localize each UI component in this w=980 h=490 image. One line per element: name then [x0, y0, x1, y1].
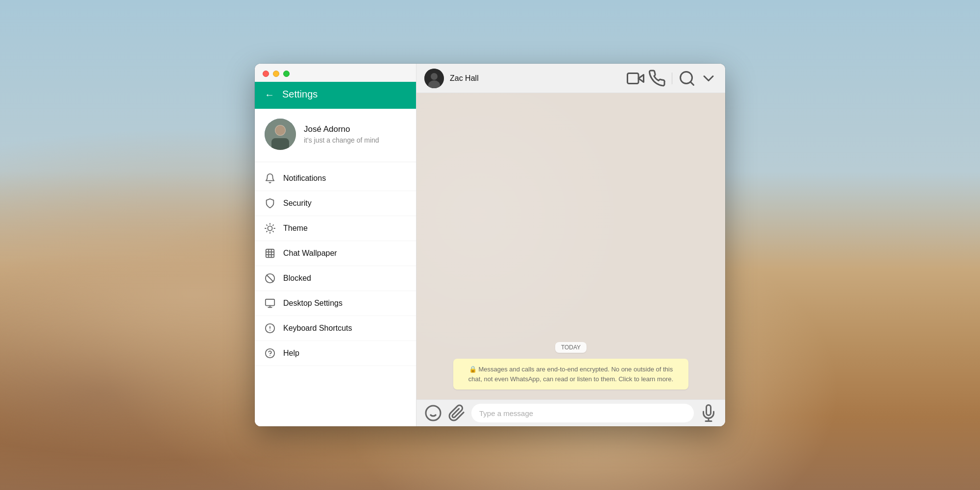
chat-wallpaper-label: Chat Wallpaper	[283, 249, 337, 258]
svg-point-3	[275, 125, 285, 135]
svg-marker-28	[638, 74, 644, 82]
menu-item-blocked[interactable]: Blocked	[255, 266, 416, 291]
video-call-button[interactable]	[627, 70, 644, 87]
wallpaper-icon	[265, 248, 275, 259]
menu-item-theme[interactable]: Theme	[255, 216, 416, 241]
message-input[interactable]	[471, 404, 694, 422]
keyboard-shortcuts-label: Keyboard Shortcuts	[283, 324, 352, 333]
svg-line-16	[267, 275, 273, 282]
dropdown-button[interactable]	[700, 70, 717, 87]
profile-name: José Adorno	[304, 124, 379, 134]
traffic-lights	[255, 64, 416, 82]
minimize-button[interactable]	[273, 71, 279, 77]
chat-avatar[interactable]	[424, 69, 444, 88]
header-divider	[672, 73, 672, 84]
date-badge: TODAY	[555, 342, 587, 353]
svg-rect-4	[271, 138, 289, 150]
help-icon	[265, 348, 275, 359]
desktop-settings-label: Desktop Settings	[283, 299, 343, 308]
bell-icon	[265, 173, 275, 184]
app-window: ← Settings José Adorno it's just a c	[255, 64, 725, 426]
svg-line-8	[267, 225, 267, 225]
settings-panel: ← Settings José Adorno it's just a c	[255, 64, 416, 426]
chat-panel: Zac Hall	[416, 64, 725, 426]
svg-point-5	[268, 226, 272, 230]
profile-info: José Adorno it's just a change of mind	[304, 124, 379, 144]
help-label: Help	[283, 349, 299, 358]
svg-point-26	[431, 73, 438, 80]
chat-header: Zac Hall	[416, 64, 725, 93]
chat-input-bar	[416, 399, 725, 426]
search-button[interactable]	[678, 70, 696, 87]
voice-message-button[interactable]	[700, 404, 717, 422]
phone-call-button[interactable]	[648, 70, 666, 87]
profile-status: it's just a change of mind	[304, 136, 379, 144]
chat-user-name: Zac Hall	[450, 74, 621, 83]
menu-item-keyboard-shortcuts[interactable]: Keyboard Shortcuts	[255, 316, 416, 341]
shield-icon	[265, 198, 275, 209]
settings-header: ← Settings	[255, 82, 416, 109]
attachment-button[interactable]	[448, 404, 466, 422]
blocked-icon	[265, 273, 275, 284]
svg-line-31	[690, 81, 694, 85]
chat-messages: TODAY 🔒 Messages and calls are end-to-en…	[416, 93, 725, 399]
desktop-icon	[265, 298, 275, 309]
theme-label: Theme	[283, 224, 308, 233]
menu-item-desktop-settings[interactable]: Desktop Settings	[255, 291, 416, 316]
svg-rect-29	[628, 73, 639, 83]
settings-menu: Notifications Security	[255, 162, 416, 426]
security-label: Security	[283, 199, 312, 208]
keyboard-icon	[265, 323, 275, 334]
close-button[interactable]	[263, 71, 269, 77]
encryption-notice[interactable]: 🔒 Messages and calls are end-to-end encr…	[453, 359, 688, 390]
theme-icon	[265, 223, 275, 234]
svg-point-32	[426, 406, 441, 420]
svg-line-9	[273, 231, 273, 232]
menu-item-notifications[interactable]: Notifications	[255, 166, 416, 191]
svg-line-12	[267, 231, 267, 232]
notifications-label: Notifications	[283, 174, 326, 183]
menu-item-chat-wallpaper[interactable]: Chat Wallpaper	[255, 241, 416, 266]
menu-item-security[interactable]: Security	[255, 191, 416, 216]
profile-section[interactable]: José Adorno it's just a change of mind	[255, 109, 416, 162]
emoji-button[interactable]	[424, 404, 442, 422]
svg-rect-14	[266, 249, 274, 258]
svg-line-13	[273, 225, 273, 225]
menu-item-help[interactable]: Help	[255, 341, 416, 366]
chat-header-actions	[627, 70, 717, 87]
avatar	[265, 119, 296, 150]
blocked-label: Blocked	[283, 274, 311, 283]
back-button[interactable]: ←	[265, 90, 274, 99]
svg-rect-17	[266, 299, 274, 306]
settings-title: Settings	[282, 89, 318, 100]
fullscreen-button[interactable]	[283, 71, 290, 77]
date-badge-container: TODAY	[426, 342, 715, 353]
